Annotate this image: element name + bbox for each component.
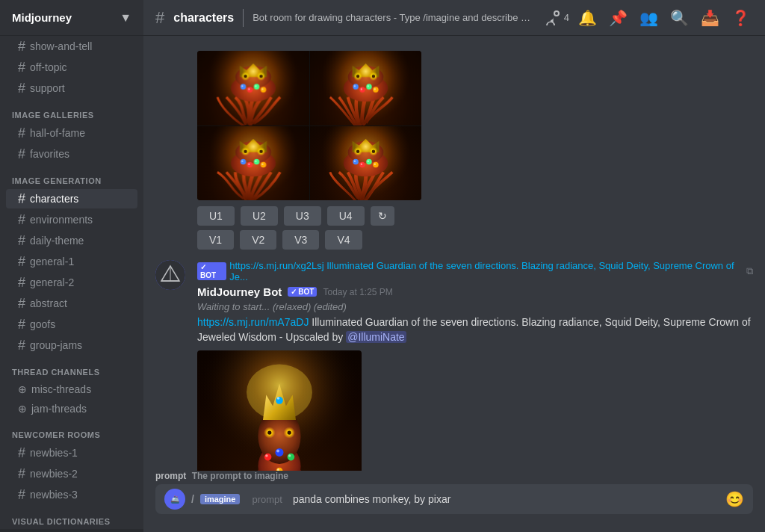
midjourney-logo — [155, 260, 185, 290]
upscale-3-button[interactable]: U3 — [284, 206, 321, 226]
creature-canvas-2 — [310, 51, 422, 126]
refresh-button[interactable]: ↻ — [371, 206, 394, 226]
variation-4-button[interactable]: V4 — [325, 230, 362, 250]
upscale-button-row: U1 U2 U3 U4 ↻ — [197, 206, 753, 226]
sidebar-item-label: daily-theme — [30, 235, 84, 247]
sidebar-item-group-jams[interactable]: # group-jams — [6, 335, 137, 355]
sidebar-item-newbies-1[interactable]: # newbies-1 — [6, 443, 137, 463]
sidebar-item-characters[interactable]: # characters — [6, 189, 137, 208]
upscale-1-button[interactable]: U1 — [197, 206, 235, 226]
pin-button[interactable]: 📌 — [606, 6, 631, 30]
user-area: R Ring #5054 🎤 🎧 ⚙ — [0, 529, 143, 532]
hash-icon: # — [18, 126, 25, 140]
members-icon — [546, 10, 561, 25]
sidebar-item-label: general-1 — [30, 256, 74, 267]
sidebar-item-off-topic[interactable]: # off-topic — [6, 58, 137, 77]
prompt-hint: The prompt to imagine — [192, 471, 288, 481]
sidebar-item-daily-theme[interactable]: # daily-theme — [6, 231, 137, 250]
channel-description: Bot room for drawing characters - Type /… — [253, 12, 537, 23]
hash-icon: # — [18, 488, 25, 501]
hash-icon: # — [18, 40, 25, 53]
variation-2-button[interactable]: V2 — [240, 230, 276, 250]
creature-canvas-3 — [197, 126, 309, 201]
sidebar-item-general-2[interactable]: # general-2 — [6, 273, 137, 292]
member-count: 4 — [546, 10, 569, 25]
members-button[interactable]: 👥 — [637, 6, 661, 30]
bot-badge-inline: ✓ BOT — [197, 262, 226, 280]
sidebar-item-support[interactable]: # support — [6, 78, 137, 98]
sidebar-item-jam-threads[interactable]: ⊕ jam-threads — [6, 400, 137, 418]
variation-1-button[interactable]: V1 — [197, 230, 234, 250]
hash-icon: # — [18, 255, 25, 268]
sidebar-item-label: abstract — [30, 297, 67, 309]
upscaled-by-label: - Upscaled by — [279, 331, 346, 343]
sidebar-item-hall-of-fame[interactable]: # hall-of-fame — [6, 123, 137, 143]
emoji-button[interactable]: 😊 — [725, 490, 744, 508]
hash-icon: # — [18, 234, 25, 247]
thread-icon: ⊕ — [18, 403, 27, 415]
section-image-galleries: IMAGE GALLERIES — [0, 99, 143, 123]
expand-icon[interactable]: ⧉ — [746, 265, 753, 277]
waiting-text-1: Waiting to start... (relaxed) (edited) — [197, 301, 753, 312]
sidebar-item-newbies-2[interactable]: # newbies-2 — [6, 464, 137, 483]
sidebar-item-general-1[interactable]: # general-1 — [6, 252, 137, 271]
sidebar-item-environments[interactable]: # environments — [6, 210, 137, 229]
sidebar-item-show-and-tell[interactable]: # show-and-tell — [6, 37, 137, 56]
sidebar-item-favorites[interactable]: # favorites — [6, 144, 137, 164]
creature-canvas-4 — [310, 126, 422, 201]
section-newcomer-rooms: NEWCOMER ROOMS — [0, 418, 143, 442]
message-group-1: ✓ BOT https://s.mj.run/xg2Lsj Illuminate… — [143, 257, 765, 471]
sidebar-item-goofs[interactable]: # goofs — [6, 315, 137, 334]
hash-icon: # — [18, 81, 25, 95]
bot-avatar-1 — [155, 260, 185, 290]
message-input[interactable] — [293, 484, 719, 514]
section-image-generation: IMAGE GENERATION — [0, 164, 143, 188]
bot-badge-1: ✓ BOT — [288, 287, 317, 297]
main-content: # characters Bot room for drawing charac… — [143, 0, 765, 532]
command-hint: imagine — [200, 494, 241, 504]
sidebar-item-newbies-3[interactable]: # newbies-3 — [6, 485, 137, 504]
grid-cell-3 — [197, 126, 309, 201]
slash-command-label: / — [191, 493, 194, 505]
message-link-1[interactable]: https://s.mj.run/mA7aDJ — [197, 316, 309, 328]
channel-header: # characters Bot room for drawing charac… — [143, 0, 765, 36]
upscale-2-button[interactable]: U2 — [241, 206, 278, 226]
help-button[interactable]: ❓ — [728, 6, 753, 30]
sidebar-item-label: environments — [30, 214, 93, 226]
sidebar-item-label: hall-of-fame — [30, 127, 85, 139]
creature-canvas-1 — [197, 51, 309, 126]
grid-cell-2 — [310, 51, 422, 126]
variation-3-button[interactable]: V3 — [282, 230, 319, 250]
notifications-button[interactable]: 🔔 — [575, 6, 600, 30]
checkmark-icon: ✓ — [291, 288, 297, 296]
header-link-1[interactable]: https://s.mj.run/xg2Lsj Illuminated Guar… — [229, 260, 743, 282]
hash-icon: # — [18, 446, 25, 460]
server-header[interactable]: Midjourney ▼ — [0, 0, 143, 36]
grid-cell-4 — [310, 126, 422, 201]
message-timestamp-1: Today at 1:25 PM — [323, 287, 392, 297]
sidebar-item-abstract[interactable]: # abstract — [6, 294, 137, 313]
mention-user: @IllumiNate — [346, 331, 406, 343]
header-divider — [243, 9, 244, 27]
sidebar-item-label: characters — [30, 193, 78, 205]
message-body-1: https://s.mj.run/mA7aDJ Illuminated Guar… — [197, 315, 753, 344]
hash-icon: # — [18, 297, 25, 310]
sidebar-item-label: general-2 — [30, 276, 74, 288]
sidebar-item-label: goofs — [30, 318, 55, 330]
upscale-4-button[interactable]: U4 — [327, 206, 365, 226]
messages-container: U1 U2 U3 U4 ↻ V1 V2 V3 V4 — [143, 36, 765, 471]
prompt-label: prompt The prompt to imagine — [155, 471, 753, 481]
hash-icon: # — [18, 213, 25, 226]
search-button[interactable]: 🔍 — [667, 6, 692, 30]
input-wrapper: 🚢 / imagine prompt 😊 — [155, 484, 753, 514]
sidebar-item-misc-threads[interactable]: ⊕ misc-threads — [6, 380, 137, 398]
sidebar-item-label: off-topic — [30, 61, 67, 73]
section-thread-channels: THREAD CHANNELS — [0, 356, 143, 380]
inbox-button[interactable]: 📥 — [698, 6, 722, 30]
image-grid-section: U1 U2 U3 U4 ↻ V1 V2 V3 V4 — [143, 48, 765, 257]
grid-image — [197, 51, 421, 200]
message-content-1: ✓ BOT https://s.mj.run/xg2Lsj Illuminate… — [197, 260, 753, 471]
sidebar-item-label: misc-threads — [31, 383, 91, 395]
sidebar-item-label: newbies-2 — [30, 468, 78, 480]
message-header-1: MidJourney Bot ✓ BOT Today at 1:25 PM — [197, 285, 753, 298]
